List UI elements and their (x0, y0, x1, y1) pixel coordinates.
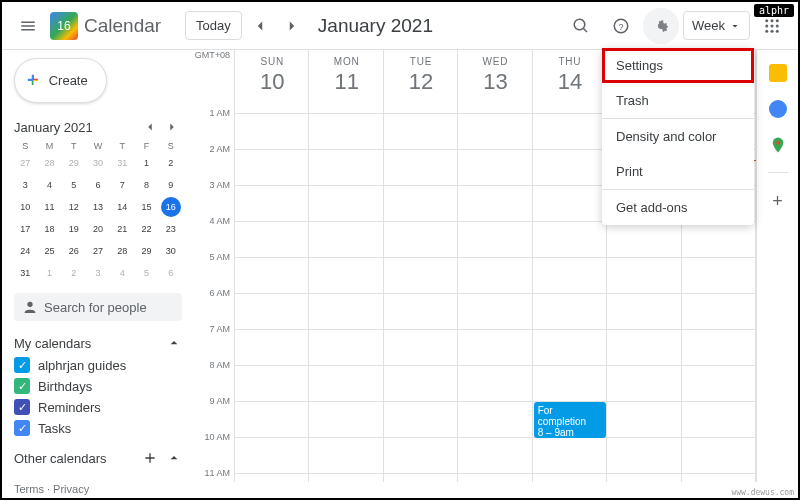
calendar-list-item[interactable]: ✓alphrjan guides (14, 357, 182, 373)
mini-calendar[interactable]: SMTWTFS272829303112345678910111213141516… (14, 141, 182, 283)
mini-cal-day[interactable]: 12 (64, 197, 84, 217)
mini-cal-day[interactable]: 2 (64, 263, 84, 283)
mini-cal-day[interactable]: 16 (161, 197, 181, 217)
hour-label: 8 AM (194, 360, 230, 396)
mini-cal-day[interactable]: 3 (15, 175, 35, 195)
maps-icon[interactable] (769, 136, 787, 154)
mini-cal-day[interactable]: 24 (15, 241, 35, 261)
create-button[interactable]: + Create (14, 58, 107, 103)
mini-cal-day[interactable]: 11 (39, 197, 59, 217)
mini-cal-day[interactable]: 30 (88, 153, 108, 173)
add-addon-icon[interactable]: + (772, 191, 783, 212)
watermark-small: www.dewus.com (731, 488, 794, 497)
svg-point-11 (776, 141, 780, 145)
svg-point-6 (771, 24, 774, 27)
settings-gear-icon[interactable] (643, 8, 679, 44)
mini-cal-day[interactable]: 17 (15, 219, 35, 239)
mini-cal-day[interactable]: 21 (112, 219, 132, 239)
menu-item-density[interactable]: Density and color (602, 119, 754, 154)
mini-cal-day[interactable]: 18 (39, 219, 59, 239)
mini-cal-day[interactable]: 9 (161, 175, 181, 195)
day-column[interactable] (458, 50, 532, 482)
mini-cal-day[interactable]: 1 (137, 153, 157, 173)
mini-cal-day[interactable]: 8 (137, 175, 157, 195)
footer-links[interactable]: Terms · Privacy (14, 483, 89, 495)
people-icon (22, 299, 38, 315)
svg-point-8 (765, 29, 768, 32)
mini-cal-day[interactable]: 3 (88, 263, 108, 283)
mini-next-month[interactable] (162, 117, 182, 137)
my-calendars-header[interactable]: My calendars (14, 335, 182, 351)
hour-label: 3 AM (194, 180, 230, 216)
hour-label: 4 AM (194, 216, 230, 252)
checkbox-icon[interactable]: ✓ (14, 420, 30, 436)
header: 16 Calendar Today January 2021 ? Week (2, 2, 798, 50)
tasks-icon[interactable] (769, 100, 787, 118)
mini-cal-day[interactable]: 31 (15, 263, 35, 283)
mini-prev-month[interactable] (140, 117, 160, 137)
calendar-list-item[interactable]: ✓Reminders (14, 399, 182, 415)
checkbox-icon[interactable]: ✓ (14, 357, 30, 373)
mini-cal-day[interactable]: 7 (112, 175, 132, 195)
mini-cal-day[interactable]: 4 (112, 263, 132, 283)
main-menu-icon[interactable] (10, 8, 46, 44)
next-week-button[interactable] (278, 12, 306, 40)
create-label: Create (49, 73, 88, 88)
today-button[interactable]: Today (185, 11, 242, 40)
checkbox-icon[interactable]: ✓ (14, 399, 30, 415)
keep-icon[interactable] (769, 64, 787, 82)
day-column[interactable] (533, 50, 607, 482)
day-column[interactable] (384, 50, 458, 482)
mini-cal-day[interactable]: 28 (39, 153, 59, 173)
plus-icon: + (27, 69, 39, 92)
checkbox-icon[interactable]: ✓ (14, 378, 30, 394)
mini-cal-day[interactable]: 23 (161, 219, 181, 239)
mini-cal-day[interactable]: 4 (39, 175, 59, 195)
menu-item-addons[interactable]: Get add-ons (602, 190, 754, 225)
day-column[interactable] (235, 50, 309, 482)
mini-cal-day[interactable]: 6 (161, 263, 181, 283)
view-selector[interactable]: Week (683, 11, 750, 40)
mini-cal-day[interactable]: 6 (88, 175, 108, 195)
calendar-list: ✓alphrjan guides✓Birthdays✓Reminders✓Tas… (14, 357, 182, 436)
mini-cal-day[interactable]: 5 (64, 175, 84, 195)
mini-cal-day[interactable]: 26 (64, 241, 84, 261)
mini-cal-day[interactable]: 10 (15, 197, 35, 217)
mini-cal-day[interactable]: 19 (64, 219, 84, 239)
mini-cal-day[interactable]: 28 (112, 241, 132, 261)
mini-cal-day[interactable]: 2 (161, 153, 181, 173)
logo[interactable]: 16 Calendar (50, 12, 161, 40)
mini-cal-day[interactable]: 25 (39, 241, 59, 261)
calendar-list-item[interactable]: ✓Birthdays (14, 378, 182, 394)
other-calendars-header[interactable]: Other calendars (14, 450, 182, 466)
mini-cal-day[interactable]: 14 (112, 197, 132, 217)
help-icon[interactable]: ? (603, 8, 639, 44)
day-column[interactable] (309, 50, 383, 482)
search-icon[interactable] (563, 8, 599, 44)
svg-point-5 (765, 24, 768, 27)
mini-cal-day[interactable]: 22 (137, 219, 157, 239)
menu-item-settings[interactable]: Settings (602, 48, 754, 83)
mini-cal-day[interactable]: 29 (64, 153, 84, 173)
mini-cal-day[interactable]: 5 (137, 263, 157, 283)
search-people-input[interactable]: Search for people (14, 293, 182, 321)
side-panel: + (756, 50, 798, 482)
hour-label: 11 AM (194, 468, 230, 500)
mini-cal-day[interactable]: 20 (88, 219, 108, 239)
mini-cal-day[interactable]: 29 (137, 241, 157, 261)
svg-point-7 (776, 24, 779, 27)
mini-cal-day[interactable]: 13 (88, 197, 108, 217)
menu-item-trash[interactable]: Trash (602, 83, 754, 118)
mini-cal-day[interactable]: 15 (137, 197, 157, 217)
add-calendar-icon[interactable] (142, 450, 158, 466)
sidebar: + Create January 2021 SMTWTFS27282930311… (2, 50, 194, 482)
mini-cal-day[interactable]: 27 (88, 241, 108, 261)
calendar-list-item[interactable]: ✓Tasks (14, 420, 182, 436)
menu-item-print[interactable]: Print (602, 154, 754, 189)
mini-cal-day[interactable]: 27 (15, 153, 35, 173)
mini-cal-day[interactable]: 30 (161, 241, 181, 261)
prev-week-button[interactable] (246, 12, 274, 40)
mini-cal-day[interactable]: 31 (112, 153, 132, 173)
mini-cal-day[interactable]: 1 (39, 263, 59, 283)
search-placeholder: Search for people (44, 300, 147, 315)
